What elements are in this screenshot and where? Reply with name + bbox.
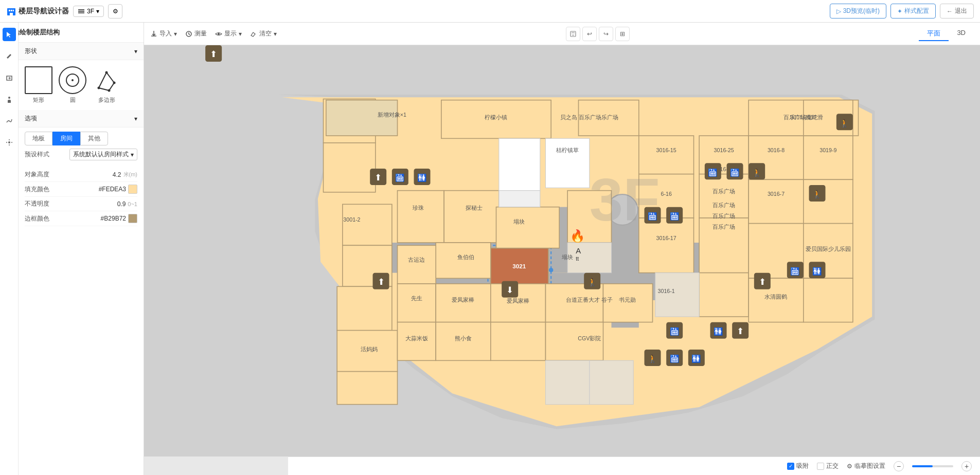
zoom-fill [912, 465, 933, 467]
room-xiansheng[interactable] [398, 284, 436, 322]
shape-circle[interactable]: 圆 [59, 66, 86, 104]
room-3016-27[interactable] [699, 174, 749, 218]
tool-edit[interactable] [3, 49, 16, 63]
toolbar-undo[interactable]: ↩ [582, 27, 597, 41]
svg-rect-6 [78, 11, 84, 12]
zoom-minus-icon[interactable]: − [894, 461, 904, 471]
tool-person[interactable] [3, 93, 16, 106]
room-light2[interactable] [655, 273, 699, 317]
svg-text:⬇: ⬇ [506, 285, 513, 295]
map-canvas[interactable]: 3F 3001-2 探秘士 珍珠 鱼伯伯 塌块 古运边 先生 大蒜米饭 爱凤家棒… [144, 45, 980, 456]
adsorb-checkbox[interactable]: ✓ [787, 463, 794, 470]
tool-settings2[interactable] [3, 136, 16, 149]
prop-fill-value[interactable]: #FEDEA3 [99, 185, 137, 194]
room-3016-7[interactable] [749, 179, 804, 223]
collapse-options-icon[interactable]: ▾ [134, 115, 137, 122]
toolbar-clear[interactable]: 清空 ▾ [250, 29, 277, 38]
room-zhenzhu[interactable] [398, 191, 444, 243]
room-bottom-left3[interactable] [337, 372, 397, 405]
palette-icon: ✦ [897, 8, 902, 15]
zoom-slider[interactable] [912, 465, 953, 467]
room-light4[interactable] [590, 360, 633, 404]
zoom-plus-btn[interactable]: + [961, 461, 972, 471]
toolbar-display[interactable]: 显示 ▾ [215, 29, 242, 38]
room-aibei2[interactable] [804, 278, 853, 322]
room-tukuai-area[interactable] [496, 207, 560, 248]
room-xiongshe[interactable] [436, 322, 491, 361]
fill-color-swatch[interactable] [128, 185, 137, 194]
room-cgv3[interactable] [546, 322, 603, 361]
label-3001-2: 3001-2 [343, 216, 360, 223]
toolbar-measure[interactable]: 测量 [185, 29, 207, 38]
room-guyundao[interactable] [398, 245, 436, 284]
toolbar-save[interactable] [566, 27, 580, 41]
tool-connect[interactable] [3, 114, 16, 127]
zoom-minus-btn[interactable]: − [894, 461, 904, 471]
room-taidao[interactable] [546, 284, 603, 322]
style-config-button[interactable]: ✦ 样式配置 [890, 4, 936, 19]
shape-rect[interactable]: 矩形 [25, 66, 52, 104]
adsorb-toggle[interactable]: ✓ 吸附 [787, 462, 809, 470]
room-yubai[interactable] [436, 243, 491, 278]
label-tancheng: 探秘士 [466, 205, 483, 211]
floor-plan-svg[interactable]: 3F 3001-2 探秘士 珍珠 鱼伯伯 塌块 古运边 先生 大蒜米饭 爱凤家棒… [144, 45, 980, 456]
label-3016-8: 3016-8 [768, 147, 785, 153]
preset-select[interactable]: 系统默认认房间样式 ▾ [69, 149, 137, 160]
room-light3[interactable] [546, 360, 590, 404]
tab-room[interactable]: 房间 [52, 132, 80, 145]
icon-elevator-5: 🛗 [787, 262, 804, 278]
svg-rect-22 [572, 34, 574, 36]
svg-text:🚶: 🚶 [812, 190, 822, 199]
svg-text:🛗: 🛗 [395, 173, 405, 182]
exit-button[interactable]: ← 退出 [940, 4, 974, 19]
room-light1[interactable] [567, 243, 611, 273]
floor-selector[interactable]: 3F ▾ [73, 6, 104, 17]
toolbar-history-icons: ↩ ↪ ⊞ [566, 27, 630, 41]
label-tukuai2: 塌块 [561, 254, 573, 260]
tab-floor[interactable]: 地板 [25, 132, 52, 145]
room-3016-1[interactable] [699, 273, 749, 317]
ortho-toggle[interactable]: 正交 [817, 462, 839, 470]
icon-person-8: 🚶 [645, 350, 661, 366]
room-mid-left[interactable] [343, 204, 392, 245]
svg-text:🚻: 🚻 [691, 354, 701, 363]
label-baiyu3: 百乐广场 [712, 213, 735, 219]
room-3019-9[interactable] [804, 136, 853, 179]
tool-cursor[interactable] [3, 28, 16, 41]
room-white3[interactable] [546, 138, 590, 188]
ortho-checkbox[interactable] [817, 463, 824, 470]
preview-3d-button[interactable]: ▷ 3D预览(临时) [830, 4, 886, 19]
icon-escalator-1: ⬆ [370, 169, 386, 185]
collapse-shapes-icon[interactable]: ▾ [134, 48, 137, 55]
label-beizhi: 贝之岛 百乐广场乐广场 [560, 114, 618, 120]
tab-other[interactable]: 其他 [80, 132, 108, 145]
room-aifengjia[interactable] [436, 284, 491, 322]
zoom-plus-icon[interactable]: + [961, 461, 972, 471]
room-top-left2[interactable] [324, 143, 376, 192]
tab-flat[interactable]: 平面 [919, 27, 949, 41]
room-bottom-left1[interactable] [337, 286, 392, 330]
toolbar-redo[interactable]: ↪ [599, 27, 613, 41]
label-taidao: 台道正番大才 谷子 [566, 297, 613, 303]
border-color-swatch[interactable] [128, 214, 137, 223]
toolbar-copy[interactable]: ⊞ [615, 27, 630, 41]
tracing-settings[interactable]: ⚙ 临摹图设置 [847, 462, 885, 470]
tab-3d[interactable]: 3D [949, 27, 974, 41]
room-cgv2[interactable] [491, 322, 546, 361]
icon-elevator-9: 🛗 [727, 163, 743, 179]
room-shuyuan[interactable] [603, 284, 653, 322]
shape-poly[interactable]: 多边形 [93, 66, 120, 104]
tool-entrance[interactable] [3, 71, 16, 84]
toolbar-import[interactable]: 导入 ▾ [150, 29, 177, 38]
svg-text:🛗: 🛗 [730, 168, 740, 177]
settings-button[interactable]: ⚙ [108, 4, 122, 19]
label-shuiqing: 水清圆鹤 [765, 294, 788, 300]
svg-text:🚻: 🚻 [812, 267, 822, 276]
svg-text:🚶: 🚶 [840, 119, 849, 128]
icon-elevator-1: 🛗 [392, 169, 408, 185]
room-new-wall[interactable] [326, 100, 398, 136]
prop-border-value[interactable]: #B29B72 [101, 214, 137, 223]
room-damishi[interactable] [398, 322, 436, 361]
room-white1[interactable] [499, 138, 540, 190]
room-tancheng[interactable] [444, 191, 499, 243]
